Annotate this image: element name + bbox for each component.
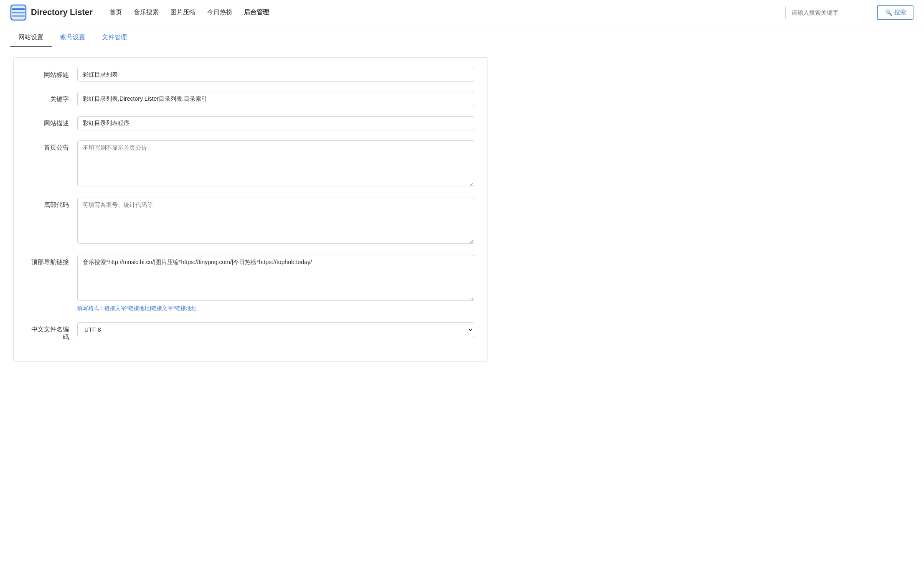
control-keywords — [77, 92, 474, 106]
form-row-nav-links: 顶部导航链接 填写格式：链接文字*链接地址|链接文字*链接地址 — [27, 255, 474, 312]
tabs-bar: 网站设置 账号设置 文件管理 — [0, 28, 924, 47]
form-row-keywords: 关键字 — [27, 92, 474, 106]
label-footer-code: 底部代码 — [27, 198, 77, 209]
textarea-nav-links[interactable] — [77, 255, 474, 301]
control-description — [77, 116, 474, 130]
form-row-footer-code: 底部代码 — [27, 198, 474, 245]
nav-image[interactable]: 图片压缩 — [170, 8, 195, 16]
control-footer-code — [77, 198, 474, 245]
control-announcement — [77, 140, 474, 188]
control-title — [77, 68, 474, 82]
svg-rect-1 — [12, 8, 25, 10]
nav-trending[interactable]: 今日热榜 — [207, 8, 232, 16]
label-encoding: 中文文件名编码 — [27, 322, 77, 341]
nav-music[interactable]: 音乐搜索 — [134, 8, 159, 16]
label-description: 网站描述 — [27, 116, 77, 127]
search-area: 🔍 搜索 — [785, 5, 914, 20]
svg-rect-2 — [12, 12, 25, 13]
tab-website-settings[interactable]: 网站设置 — [10, 28, 52, 47]
search-icon: 🔍 — [885, 9, 892, 16]
label-announcement: 首页公告 — [27, 140, 77, 152]
control-nav-links: 填写格式：链接文字*链接地址|链接文字*链接地址 — [77, 255, 474, 312]
svg-rect-3 — [12, 15, 25, 17]
nav-home[interactable]: 首页 — [109, 8, 122, 16]
form-section: 网站标题 关键字 网站描述 首页公告 底 — [13, 57, 488, 362]
label-keywords: 关键字 — [27, 92, 77, 103]
control-encoding: UTF-8 GBK GB2312 — [77, 322, 474, 337]
form-row-announcement: 首页公告 — [27, 140, 474, 188]
textarea-announcement[interactable] — [77, 140, 474, 186]
textarea-footer-code[interactable] — [77, 198, 474, 244]
form-row-encoding: 中文文件名编码 UTF-8 GBK GB2312 — [27, 322, 474, 341]
hint-text-label: 填写格式：链接文字*链接地址|链接文字*链接地址 — [77, 305, 197, 311]
label-nav-links: 顶部导航链接 — [27, 255, 77, 266]
input-keywords[interactable] — [77, 92, 474, 106]
logo-icon — [10, 4, 27, 21]
tab-file-management[interactable]: 文件管理 — [94, 28, 135, 47]
header: Directory Lister 首页 音乐搜索 图片压缩 今日热榜 后台管理 … — [0, 0, 924, 25]
form-row-title: 网站标题 — [27, 68, 474, 82]
search-button[interactable]: 🔍 搜索 — [877, 5, 914, 20]
logo-area: Directory Lister — [10, 4, 93, 21]
form-row-description: 网站描述 — [27, 116, 474, 130]
input-title[interactable] — [77, 68, 474, 82]
hint-nav-links: 填写格式：链接文字*链接地址|链接文字*链接地址 — [77, 305, 474, 312]
label-title: 网站标题 — [27, 68, 77, 79]
search-btn-label: 搜索 — [894, 9, 906, 16]
content-area: 网站标题 关键字 网站描述 首页公告 底 — [0, 47, 501, 372]
tab-account-settings[interactable]: 账号设置 — [52, 28, 94, 47]
select-encoding[interactable]: UTF-8 GBK GB2312 — [77, 322, 474, 337]
search-input[interactable] — [785, 6, 877, 19]
logo-title: Directory Lister — [31, 8, 93, 17]
nav-links: 首页 音乐搜索 图片压缩 今日热榜 后台管理 — [109, 8, 785, 16]
nav-admin[interactable]: 后台管理 — [244, 8, 269, 16]
input-description[interactable] — [77, 116, 474, 130]
